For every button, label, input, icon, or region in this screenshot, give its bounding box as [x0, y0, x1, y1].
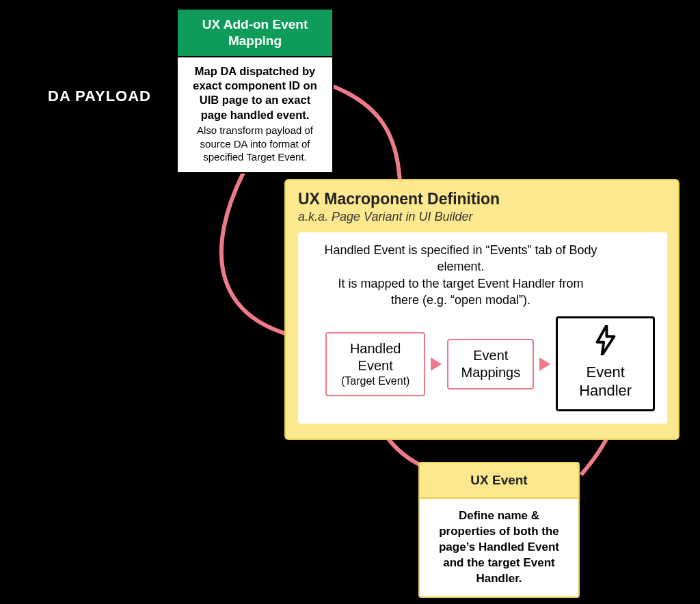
macro-inner-white: Handled Event is specified in “Events” t… [298, 232, 667, 424]
ux-macroponent-definition-card: UX Macroponent Definition a.k.a. Page Va… [284, 179, 679, 440]
ux-addon-body-bold: Map DA dispatched by exact component ID … [186, 64, 324, 123]
handled-event-sublabel: (Target Event) [334, 374, 417, 388]
ux-addon-body: Map DA dispatched by exact component ID … [178, 57, 332, 172]
ux-addon-header: UX Add-on Event Mapping [178, 10, 332, 57]
ux-event-body: Define name & properties of both the pag… [420, 499, 578, 596]
handled-event-label: Handled Event [334, 340, 417, 374]
macro-flow-row: Handled Event (Target Event) Event Mappi… [310, 316, 655, 411]
lightning-icon [594, 325, 617, 358]
ux-event-card: UX Event Define name & properties of bot… [418, 462, 580, 598]
ux-addon-event-mapping-card: UX Add-on Event Mapping Map DA dispatche… [176, 8, 334, 174]
ux-event-header: UX Event [420, 463, 578, 499]
ux-addon-body-sub: Also transform payload of source DA into… [186, 124, 324, 164]
arrow-icon [539, 357, 550, 371]
handled-event-box: Handled Event (Target Event) [325, 332, 425, 396]
event-handler-box: Event Handler [556, 316, 655, 411]
da-payload-label: DA PAYLOAD [48, 87, 151, 105]
macro-subtitle: a.k.a. Page Variant in UI Builder [298, 210, 667, 224]
event-handler-label: Event Handler [567, 363, 643, 400]
macro-description: Handled Event is specified in “Events” t… [324, 242, 597, 308]
arrow-icon [431, 357, 442, 371]
macro-title: UX Macroponent Definition [298, 190, 667, 208]
event-mappings-box: Event Mappings [447, 339, 534, 389]
